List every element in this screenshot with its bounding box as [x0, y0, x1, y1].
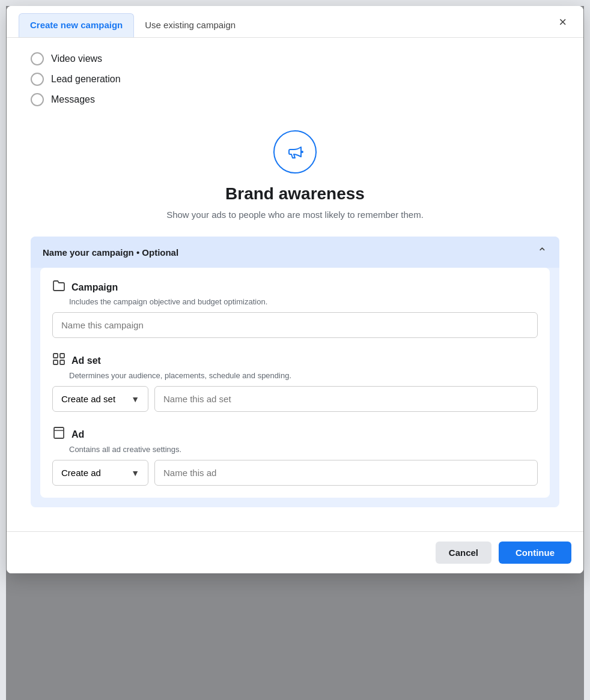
tab-existing-campaign[interactable]: Use existing campaign — [134, 14, 246, 37]
adset-input-row: Create ad set ▼ — [52, 386, 538, 412]
brand-awareness-title: Brand awareness — [225, 184, 365, 204]
modal-body: Video views Lead generation Messages — [7, 38, 583, 531]
ad-icon — [52, 426, 65, 442]
megaphone-icon — [284, 141, 306, 163]
modal: Create new campaign Use existing campaig… — [7, 6, 583, 573]
adset-dropdown-arrow-icon: ▼ — [131, 394, 139, 404]
adset-icon — [52, 352, 65, 369]
radio-circle-lead-generation — [31, 73, 44, 86]
ad-name-input[interactable] — [154, 460, 538, 486]
ad-input-row: Create ad ▼ — [52, 460, 538, 486]
ad-subsection: Ad Contains all ad creative settings. Cr… — [52, 426, 538, 486]
brand-awareness-icon-circle — [273, 130, 317, 173]
ad-dropdown-arrow-icon: ▼ — [131, 468, 139, 478]
ad-description: Contains all ad creative settings. — [69, 445, 538, 454]
campaign-name-input[interactable] — [52, 312, 538, 338]
radio-item-messages[interactable]: Messages — [31, 89, 559, 110]
name-campaign-body: Campaign Includes the campaign objective… — [40, 268, 550, 498]
radio-circle-messages — [31, 93, 44, 106]
adset-subsection-header: Ad set — [52, 352, 538, 369]
campaign-subsection: Campaign Includes the campaign objective… — [52, 280, 538, 338]
brand-awareness-description: Show your ads to people who are most lik… — [166, 210, 424, 220]
campaign-title: Campaign — [71, 282, 118, 293]
radio-item-lead-generation[interactable]: Lead generation — [31, 69, 559, 89]
adset-dropdown-label: Create ad set — [61, 394, 115, 404]
campaign-subsection-header: Campaign — [52, 280, 538, 295]
ad-title: Ad — [71, 429, 84, 440]
radio-circle-video-views — [31, 52, 44, 65]
svg-rect-3 — [53, 360, 58, 364]
name-campaign-section: Name your campaign • Optional ⌃ Campaig — [31, 237, 559, 507]
brand-awareness-section: Brand awareness Show your ads to people … — [31, 116, 559, 237]
adset-title: Ad set — [71, 355, 101, 366]
campaign-description: Includes the campaign objective and budg… — [69, 297, 538, 306]
ad-subsection-header: Ad — [52, 426, 538, 442]
modal-footer: Cancel Continue — [7, 531, 583, 573]
radio-label-lead-generation: Lead generation — [51, 74, 121, 85]
name-campaign-header[interactable]: Name your campaign • Optional ⌃ — [31, 237, 559, 268]
svg-point-0 — [301, 151, 303, 153]
svg-rect-1 — [53, 354, 58, 358]
modal-overlay: Create new campaign Use existing campaig… — [6, 6, 584, 700]
name-campaign-header-title: Name your campaign • Optional — [43, 247, 178, 258]
ad-dropdown-label: Create ad — [61, 468, 101, 478]
chevron-up-icon: ⌃ — [537, 245, 547, 259]
tab-create-campaign[interactable]: Create new campaign — [19, 13, 134, 37]
radio-item-video-views[interactable]: Video views — [31, 49, 559, 69]
svg-rect-2 — [60, 354, 64, 358]
adset-dropdown[interactable]: Create ad set ▼ — [52, 386, 148, 412]
adset-name-input[interactable] — [154, 386, 538, 412]
adset-subsection: Ad set Determines your audience, placeme… — [52, 352, 538, 412]
radio-label-video-views: Video views — [51, 53, 102, 64]
radio-label-messages: Messages — [51, 94, 95, 105]
svg-rect-5 — [54, 427, 64, 438]
close-button[interactable]: × — [554, 13, 571, 31]
adset-description: Determines your audience, placements, sc… — [69, 371, 538, 380]
ad-dropdown[interactable]: Create ad ▼ — [52, 460, 148, 486]
svg-rect-4 — [60, 360, 64, 364]
continue-button[interactable]: Continue — [499, 542, 571, 564]
folder-icon — [52, 280, 65, 295]
modal-header: Create new campaign Use existing campaig… — [7, 6, 583, 38]
cancel-button[interactable]: Cancel — [436, 542, 491, 564]
radio-option-list: Video views Lead generation Messages — [31, 38, 559, 116]
